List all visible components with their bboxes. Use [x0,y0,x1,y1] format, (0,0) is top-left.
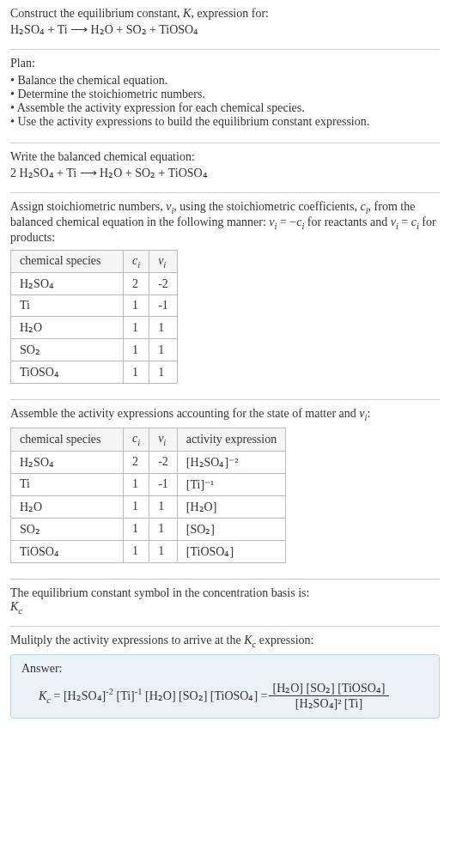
balanced-section: Write the balanced chemical equation: 2 … [10,150,440,185]
plan-item: Use the activity expressions to build th… [10,115,440,129]
table-header: ci [124,428,149,452]
fraction-numerator: [H₂O] [SO₂] [TiOSO₄] [269,681,388,696]
table-header: activity expression [177,428,285,452]
balanced-heading: Write the balanced chemical equation: [10,150,440,164]
table-cell: 1 [149,361,178,384]
divider [10,192,440,193]
table-header: chemical species [11,250,124,273]
activity-section: Assemble the activity expressions accoun… [10,407,440,572]
table-header: νi [149,428,178,452]
table-cell: 1 [124,473,149,495]
fraction-denominator: [H₂SO₄]² [Ti] [269,696,388,711]
table-cell: -2 [149,451,178,473]
stoich-text: Assign stoichiometric numbers, νi, using… [10,200,440,245]
divider [10,143,440,143]
table-cell: [H₂O] [177,495,285,518]
table-cell: -2 [149,273,178,295]
table-cell: Ti [11,295,124,317]
symbol-section: The equilibrium constant symbol in the c… [10,586,440,619]
table-header: chemical species [11,428,124,452]
table-cell: TiOSO₄ [11,540,124,562]
table-row: SO₂11[SO₂] [11,518,286,540]
table-cell: SO₂ [11,518,124,540]
balanced-equation: 2 H₂SO₄ + Ti ⟶ H₂O + SO₂ + TiOSO₄ [10,166,440,180]
table-header: νi [149,250,178,273]
table-cell: -1 [149,295,178,317]
table-cell: H₂O [11,317,124,339]
table-cell: 1 [124,339,149,361]
table-cell: 1 [149,540,178,562]
plan-section: Plan: Balance the chemical equation. Det… [10,57,440,136]
table-row: Ti1-1[Ti]⁻¹ [11,473,286,495]
table-cell: H₂SO₄ [11,451,124,473]
table-row: SO₂11 [11,339,178,361]
table-cell: 1 [149,518,178,540]
plan-heading: Plan: [10,57,440,70]
table-cell: 1 [124,518,149,540]
table-cell: 1 [124,540,149,562]
table-cell: 1 [124,295,149,317]
table-cell: 1 [124,317,149,339]
table-header-row: chemical species ci νi [11,250,178,273]
symbol-text: The equilibrium constant symbol in the c… [10,586,440,600]
table-cell: 2 [124,451,149,473]
table-header-row: chemical species ci νi activity expressi… [11,428,286,452]
plan-item: Balance the chemical equation. [10,74,440,88]
answer-equation: Kc = [H₂SO₄]-2 [Ti]-1 [H₂O] [SO₂] [TiOSO… [39,681,429,711]
plan-item: Determine the stoichiometric numbers. [10,88,440,101]
intro-text: Construct the equilibrium constant, K, e… [10,7,440,21]
table-cell: 2 [124,273,149,295]
intro-equation: H₂SO₄ + Ti ⟶ H₂O + SO₂ + TiOSO₄ [10,22,440,37]
table-cell: -1 [149,473,178,495]
activity-table: chemical species ci νi activity expressi… [10,428,286,563]
table-cell: SO₂ [11,339,124,361]
answer-fraction: [H₂O] [SO₂] [TiOSO₄] [H₂SO₄]² [Ti] [269,681,388,711]
table-cell: [Ti]⁻¹ [177,473,285,495]
plan-item: Assemble the activity expression for eac… [10,101,440,115]
table-cell: 1 [124,495,149,518]
table-cell: [SO₂] [177,518,285,540]
table-cell: 1 [149,495,178,518]
table-row: Ti1-1 [11,295,178,317]
table-cell: Ti [11,473,124,495]
table-row: H₂SO₄2-2[H₂SO₄]⁻² [11,451,286,473]
table-row: H₂O11 [11,317,178,339]
table-cell: H₂SO₄ [11,273,124,295]
multiply-section: Mulitply the activity expressions to arr… [10,634,440,722]
symbol-value: Kc [10,600,440,616]
stoich-section: Assign stoichiometric numbers, νi, using… [10,200,440,392]
table-cell: [TiOSO₄] [177,540,285,562]
table-cell: H₂O [11,495,124,518]
activity-text: Assemble the activity expressions accoun… [10,407,440,422]
answer-lhs: Kc = [H₂SO₄]-2 [Ti]-1 [H₂O] [SO₂] [TiOSO… [39,687,267,704]
table-cell: TiOSO₄ [11,361,124,384]
table-row: TiOSO₄11 [11,361,178,384]
table-header: ci [124,250,149,273]
divider [10,399,440,400]
divider [10,626,440,627]
plan-list: Balance the chemical equation. Determine… [10,74,440,129]
intro-section: Construct the equilibrium constant, K, e… [10,7,440,42]
divider [10,579,440,580]
multiply-text: Mulitply the activity expressions to arr… [10,634,440,649]
table-row: H₂SO₄2-2 [11,273,178,295]
answer-box: Answer: Kc = [H₂SO₄]-2 [Ti]-1 [H₂O] [SO₂… [10,654,440,719]
table-row: H₂O11[H₂O] [11,495,286,518]
table-cell: 1 [149,339,178,361]
divider [10,49,440,50]
table-row: TiOSO₄11[TiOSO₄] [11,540,286,562]
table-cell: 1 [149,317,178,339]
answer-label: Answer: [21,662,429,676]
stoich-table: chemical species ci νi H₂SO₄2-2 Ti1-1 H₂… [10,250,178,385]
table-cell: [H₂SO₄]⁻² [177,451,285,473]
table-cell: 1 [124,361,149,384]
